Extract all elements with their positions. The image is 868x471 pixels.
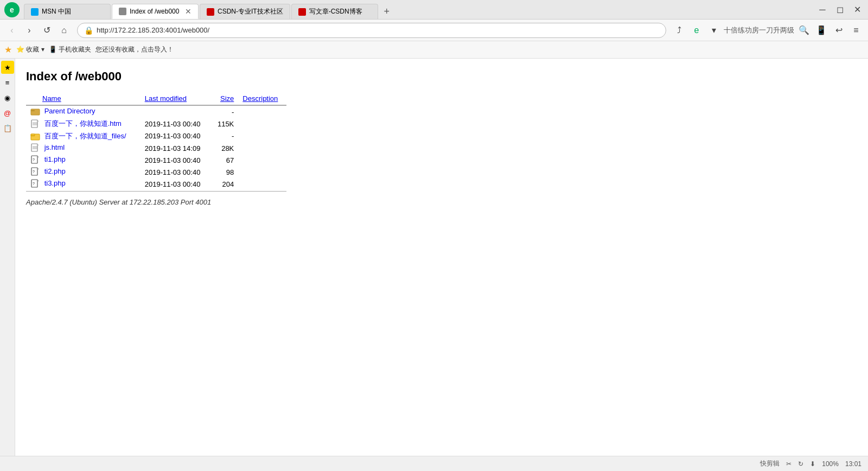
url-text: http://172.22.185.203:4001/web000/	[97, 26, 209, 34]
window-controls: ─ ◻ ✕	[816, 3, 864, 16]
table-row: ? ti2.php 2019-11-03 00:40 98	[26, 166, 286, 178]
new-tab-button[interactable]: +	[379, 4, 394, 19]
tab-csdn2[interactable]: 写文章-CSDN博客	[291, 4, 378, 19]
file-name-cell: js.html	[26, 142, 141, 154]
bookmark-mobile[interactable]: 📱 手机收藏夹	[49, 45, 91, 54]
device-button[interactable]: 📱	[814, 23, 829, 38]
sidebar-btn-mail[interactable]: @	[1, 106, 14, 119]
ti2-size: 98	[211, 166, 239, 178]
svg-marker-19	[37, 168, 39, 169]
mobile-favorites-label: 📱 手机收藏夹	[49, 45, 91, 54]
file-name-cell: ? ti2.php	[26, 166, 141, 178]
sidebar-btn-menu[interactable]: ≡	[1, 76, 14, 89]
sidebar-btn-star[interactable]: ★	[1, 61, 14, 74]
profile-button[interactable]: e	[689, 23, 704, 38]
bookmark-favorites[interactable]: ⭐ 收藏 ▾	[16, 45, 44, 54]
tab-favicon-msn	[31, 8, 39, 16]
menu-button[interactable]: ≡	[848, 23, 864, 38]
svg-rect-1	[31, 110, 35, 111]
table-footer-divider	[26, 190, 286, 192]
server-info: Apache/2.4.7 (Ubuntu) Server at 172.22.1…	[26, 198, 857, 206]
icon-scissors: ✂	[786, 460, 792, 468]
page-title: Index of /web000	[26, 69, 857, 84]
dropdown-button[interactable]: ▾	[706, 23, 722, 38]
parent-dir-desc	[238, 106, 286, 118]
parent-dir-modified	[141, 106, 211, 118]
htm-file-size: 115K	[211, 118, 239, 130]
col-name[interactable]: Name	[26, 92, 141, 105]
folder-size: -	[211, 130, 239, 143]
back-button[interactable]: ‹	[4, 23, 20, 38]
col-size[interactable]: Size	[211, 92, 239, 105]
tab-close-button[interactable]: ✕	[185, 7, 192, 16]
share-button[interactable]: ⤴	[672, 23, 687, 38]
ti1-size: 67	[211, 154, 239, 166]
col-description[interactable]: Description	[238, 92, 286, 105]
browser-logo: e	[4, 2, 20, 17]
sidebar-btn-circle[interactable]: ◉	[1, 91, 14, 104]
close-button[interactable]: ✕	[851, 3, 864, 16]
forward-button[interactable]: ›	[22, 23, 37, 38]
address-bar[interactable]: 🔒 http://172.22.185.203:4001/web000/	[77, 23, 666, 38]
jshtml-file-link[interactable]: js.html	[44, 144, 65, 152]
restore-button[interactable]: ◻	[833, 3, 846, 16]
search-button[interactable]: 🔍	[796, 23, 812, 38]
ti3-size: 204	[211, 178, 239, 190]
htm-file-link[interactable]: 百度一下，你就知道.htm	[44, 119, 122, 128]
parent-dir-link[interactable]: Parent Directory	[44, 107, 95, 115]
tab-title-msn: MSN 中国	[42, 7, 104, 16]
svg-marker-3	[37, 120, 39, 122]
svg-marker-16	[37, 156, 39, 157]
tab-favicon-csdn2	[298, 8, 306, 16]
minimize-button[interactable]: ─	[816, 3, 829, 16]
table-row: 百度一下，你就知道_files/ 2019-11-03 00:40 -	[26, 130, 286, 143]
folder-link[interactable]: 百度一下，你就知道_files/	[44, 132, 126, 140]
htm-file-modified: 2019-11-03 00:40	[141, 118, 211, 130]
php3-file-icon: ?	[30, 179, 40, 189]
icon-download: ⬇	[810, 460, 815, 468]
import-label: 您还没有收藏，点击导入！	[95, 45, 174, 54]
tabs-container: MSN 中国 Index of /web000 ✕ CSDN-专业IT技术社区 …	[24, 0, 807, 19]
tab-favicon-csdn1	[207, 8, 214, 16]
zoom-level: 100%	[822, 460, 839, 468]
ti1-file-link[interactable]: ti1.php	[44, 156, 66, 164]
bookmark-import[interactable]: 您还没有收藏，点击导入！	[95, 45, 174, 54]
file-name-cell: Parent Directory	[26, 106, 141, 118]
parent-dir-icon	[30, 107, 40, 117]
tab-favicon-index	[119, 8, 126, 15]
tab-msn[interactable]: MSN 中国	[24, 4, 111, 19]
browser-body: ★ ≡ ◉ @ 📋 Index of /web000 Name Last mod…	[0, 59, 868, 456]
col-last-modified[interactable]: Last modified	[141, 92, 211, 105]
jshtml-size: 28K	[211, 142, 239, 154]
undo-button[interactable]: ↩	[831, 23, 846, 38]
star-icon: ★	[4, 44, 12, 55]
current-time: 13:01	[845, 460, 861, 468]
tab-title-csdn1: CSDN-专业IT技术社区	[218, 7, 283, 16]
folder-icon	[30, 131, 40, 141]
php1-file-icon: ?	[30, 155, 40, 165]
table-row: 百度一下，你就知道.htm 2019-11-03 00:40 115K	[26, 118, 286, 130]
svg-rect-0	[31, 109, 40, 115]
svg-text:?: ?	[33, 158, 35, 162]
ti3-file-link[interactable]: ti3.php	[44, 180, 66, 188]
table-header-row: Name Last modified Size Description	[26, 92, 286, 105]
svg-marker-22	[37, 180, 39, 181]
tab-index[interactable]: Index of /web000 ✕	[112, 4, 199, 19]
home-button[interactable]: ⌂	[56, 23, 72, 38]
tab-csdn1[interactable]: CSDN-专业IT技术社区	[200, 4, 290, 19]
table-row: ? ti3.php 2019-11-03 00:40 204	[26, 178, 286, 190]
parent-dir-size: -	[211, 106, 239, 118]
title-bar: e MSN 中国 Index of /web000 ✕ CSDN-专业IT技术社…	[0, 0, 868, 20]
browser-window: e MSN 中国 Index of /web000 ✕ CSDN-专业IT技术社…	[0, 0, 868, 471]
table-row: ? ti1.php 2019-11-03 00:40 67	[26, 154, 286, 166]
refresh-button[interactable]: ↺	[39, 23, 54, 38]
bookmarks-bar: ★ ⭐ 收藏 ▾ 📱 手机收藏夹 您还没有收藏，点击导入！	[0, 41, 868, 59]
sidebar-btn-notes[interactable]: 📋	[1, 122, 14, 135]
ti3-modified: 2019-11-03 00:40	[141, 178, 211, 190]
file-name-cell: 百度一下，你就知道.htm	[26, 118, 141, 130]
tab-title-index: Index of /web000	[130, 8, 182, 15]
ti2-modified: 2019-11-03 00:40	[141, 166, 211, 178]
nav-bar: ‹ › ↺ ⌂ 🔒 http://172.22.185.203:4001/web…	[0, 20, 868, 41]
file-name-cell: ? ti3.php	[26, 178, 141, 190]
ti2-file-link[interactable]: ti2.php	[44, 168, 66, 176]
